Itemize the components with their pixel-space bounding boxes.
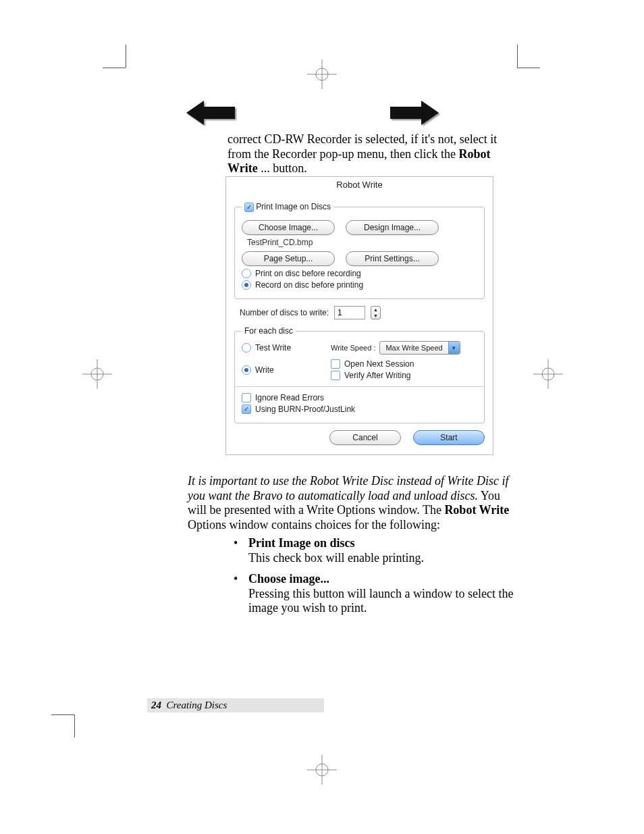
verify-after-label: Verify After Writing xyxy=(344,371,410,380)
image-filename: TestPrint_CD.bmp xyxy=(247,238,477,247)
option-title: Print Image on discs xyxy=(248,536,355,550)
burn-proof-checkbox[interactable]: Using BURN-Proof/JustLink xyxy=(242,405,477,414)
robot-write-dialog: Robot Write Print Image on Discs Choose … xyxy=(225,176,493,455)
choose-image-button[interactable]: Choose Image... xyxy=(242,220,335,235)
open-next-label: Open Next Session xyxy=(344,359,414,369)
intro-text: correct CD-RW Recorder is selected, if i… xyxy=(227,132,497,161)
note-paragraph: It is important to use the Robot Write D… xyxy=(188,474,516,532)
crop-mark-right-icon xyxy=(533,359,563,389)
radio-icon xyxy=(242,365,251,375)
each-disc-legend: For each disc xyxy=(242,326,296,336)
stepper-down-icon: ▼ xyxy=(371,313,380,319)
write-speed-label: Write Speed : xyxy=(331,344,375,352)
ignore-errors-label: Ignore Read Errors xyxy=(255,393,324,402)
cancel-button[interactable]: Cancel xyxy=(329,430,401,445)
crop-mark-top-icon xyxy=(307,59,337,89)
intro-post: ... button. xyxy=(258,161,307,175)
intro-paragraph: correct CD-RW Recorder is selected, if i… xyxy=(227,132,514,176)
radio-icon xyxy=(242,269,251,278)
options-list: Print Image on discs This check box will… xyxy=(228,536,514,623)
print-image-legend-text: Print Image on Discs xyxy=(256,202,331,211)
next-page-arrow-icon[interactable] xyxy=(390,98,439,128)
design-image-button[interactable]: Design Image... xyxy=(346,220,439,235)
note-rest2: Options window contains choices for the … xyxy=(188,518,440,531)
chevron-updown-icon: ▾ xyxy=(448,342,460,354)
checkbox-icon xyxy=(242,405,251,414)
print-first-radio[interactable]: Print on disc before recording xyxy=(242,269,477,278)
record-first-radio[interactable]: Record on disc before printing xyxy=(242,280,477,290)
section-title: Creating Discs xyxy=(167,700,227,710)
stepper-up-icon: ▲ xyxy=(371,307,380,313)
print-image-checkbox[interactable] xyxy=(244,203,254,212)
page-number: 24 xyxy=(151,700,161,710)
print-settings-button[interactable]: Print Settings... xyxy=(346,251,439,266)
print-first-label: Print on disc before recording xyxy=(255,269,361,278)
note-bold: Robot Write xyxy=(444,503,509,517)
write-label: Write xyxy=(255,365,274,375)
num-discs-input[interactable] xyxy=(334,306,365,319)
num-discs-stepper[interactable]: ▲▼ xyxy=(371,306,381,319)
write-speed-select[interactable]: Max Write Speed ▾ xyxy=(379,341,460,355)
option-body: Pressing this button will launch a windo… xyxy=(248,587,513,615)
prev-page-arrow-icon[interactable] xyxy=(186,98,235,128)
checkbox-icon xyxy=(331,359,340,369)
checkbox-icon xyxy=(331,371,340,380)
list-item: Print Image on discs This check box will… xyxy=(228,536,514,565)
option-title: Choose image... xyxy=(248,572,329,585)
svg-marker-13 xyxy=(390,101,439,125)
radio-icon xyxy=(242,343,251,353)
note-italic: It is important to use the Robot Write D… xyxy=(188,474,508,502)
test-write-label: Test Write xyxy=(255,343,291,353)
verify-after-checkbox[interactable]: Verify After Writing xyxy=(331,371,477,380)
crop-mark-left-icon xyxy=(82,359,112,389)
crop-mark-bottom-icon xyxy=(307,755,337,785)
start-button[interactable]: Start xyxy=(413,430,485,445)
list-item: Choose image... Pressing this button wil… xyxy=(228,572,514,616)
ignore-read-errors-checkbox[interactable]: Ignore Read Errors xyxy=(242,393,477,402)
test-write-radio[interactable]: Test Write xyxy=(242,343,323,353)
print-image-group: Print Image on Discs Choose Image... Des… xyxy=(234,202,485,299)
write-radio[interactable]: Write xyxy=(242,365,323,375)
radio-icon xyxy=(242,280,251,290)
svg-marker-12 xyxy=(186,101,235,125)
option-body: This check box will enable printing. xyxy=(248,551,424,565)
print-image-legend: Print Image on Discs xyxy=(242,202,333,212)
page-setup-button[interactable]: Page Setup... xyxy=(242,251,335,266)
each-disc-group: For each disc Test Write Write Speed : M… xyxy=(234,326,485,423)
open-next-session-checkbox[interactable]: Open Next Session xyxy=(331,359,477,369)
burn-proof-label: Using BURN-Proof/JustLink xyxy=(255,405,355,414)
page-footer: 24 Creating Discs xyxy=(147,698,324,712)
num-discs-label: Number of discs to write: xyxy=(240,308,329,317)
record-first-label: Record on disc before printing xyxy=(255,280,363,290)
checkbox-icon xyxy=(242,393,251,402)
write-speed-value: Max Write Speed xyxy=(380,344,448,352)
dialog-title: Robot Write xyxy=(226,177,493,194)
